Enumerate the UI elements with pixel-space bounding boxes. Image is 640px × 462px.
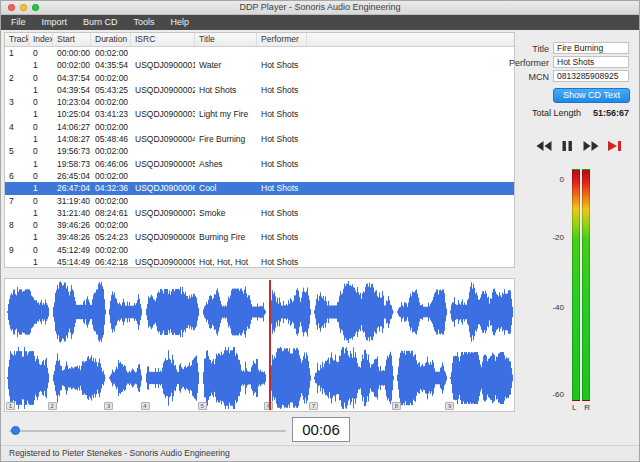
cell-start: 26:45:04 bbox=[53, 170, 91, 182]
cell-duration: 00:02:00 bbox=[91, 72, 131, 84]
menu-item-burn-cd[interactable]: Burn CD bbox=[75, 15, 126, 30]
cell-performer bbox=[257, 145, 307, 157]
cell-duration: 03:41:23 bbox=[91, 108, 131, 120]
show-cd-text-button[interactable]: Show CD Text bbox=[553, 88, 630, 103]
cell-track bbox=[5, 84, 29, 96]
table-row[interactable]: 131:21:4008:24:61USQDJ0900007SmokeHot Sh… bbox=[5, 207, 514, 219]
skip-end-button[interactable] bbox=[605, 139, 623, 153]
cell-title bbox=[195, 195, 257, 207]
cell-index: 0 bbox=[29, 96, 53, 108]
menu-item-import[interactable]: Import bbox=[34, 15, 76, 30]
table-row[interactable]: 110:25:0403:41:23USQDJ0900003Light my Fi… bbox=[5, 108, 514, 120]
table-row[interactable]: 119:58:7306:46:06USQDJ0900005AshesHot Sh… bbox=[5, 158, 514, 170]
cell-title: Fire Burning bbox=[195, 133, 257, 145]
cell-isrc: USQDJ0900003 bbox=[131, 108, 195, 120]
table-row[interactable]: 9045:12:4900:02:00 bbox=[5, 244, 514, 256]
table-row[interactable]: 139:48:2605:24:23USQDJ0900008Burning Fir… bbox=[5, 231, 514, 243]
cell-filler bbox=[307, 182, 514, 194]
column-header-start[interactable]: Start bbox=[53, 33, 91, 46]
performer-field[interactable]: Hot Shots bbox=[553, 56, 629, 68]
cell-duration: 00:02:00 bbox=[91, 244, 131, 256]
minimize-button[interactable] bbox=[20, 4, 27, 11]
cell-isrc: USQDJ0900007 bbox=[131, 207, 195, 219]
column-header-duration[interactable]: Duration bbox=[91, 33, 131, 46]
close-button[interactable] bbox=[8, 4, 15, 11]
cell-track bbox=[5, 158, 29, 170]
cell-title bbox=[195, 96, 257, 108]
cell-isrc: USQDJ0900008 bbox=[131, 231, 195, 243]
transport-controls bbox=[535, 138, 623, 154]
table-row[interactable]: 3010:23:0400:02:00 bbox=[5, 96, 514, 108]
cell-start: 45:12:49 bbox=[53, 244, 91, 256]
menubar: FileImportBurn CDToolsHelp bbox=[1, 15, 639, 30]
cell-start: 14:08:27 bbox=[53, 133, 91, 145]
cell-index: 0 bbox=[29, 47, 53, 59]
column-header-performer[interactable]: Performer bbox=[257, 33, 307, 46]
cell-filler bbox=[307, 195, 514, 207]
column-header-index[interactable]: Index bbox=[29, 33, 53, 46]
cell-filler bbox=[307, 72, 514, 84]
cell-duration: 00:02:00 bbox=[91, 96, 131, 108]
cell-performer bbox=[257, 96, 307, 108]
table-row[interactable]: 100:02:0004:35:54USQDJ0900001WaterHot Sh… bbox=[5, 59, 514, 71]
zoom-button[interactable] bbox=[32, 4, 39, 11]
table-row[interactable]: 145:14:4906:42:18USQDJ0900009Hot, Hot, H… bbox=[5, 256, 514, 268]
cell-performer: Hot Shots bbox=[257, 59, 307, 71]
table-row[interactable]: 104:39:5405:43:25USQDJ0900002Hot ShotsHo… bbox=[5, 84, 514, 96]
cell-duration: 06:42:18 bbox=[91, 256, 131, 268]
menu-item-tools[interactable]: Tools bbox=[126, 15, 163, 30]
cell-isrc bbox=[131, 47, 195, 59]
table-row[interactable]: 5019:56:7300:02:00 bbox=[5, 145, 514, 157]
fast-forward-button[interactable] bbox=[582, 139, 600, 153]
meter-scale-20: -20 bbox=[552, 233, 564, 242]
column-header-isrc[interactable]: ISRC bbox=[131, 33, 195, 46]
menu-item-file[interactable]: File bbox=[3, 15, 34, 30]
cell-performer: Hot Shots bbox=[257, 182, 307, 194]
table-row[interactable]: 1000:00:0000:02:00 bbox=[5, 47, 514, 59]
table-row[interactable]: 8039:46:2600:02:00 bbox=[5, 219, 514, 231]
meter-scale-40: -40 bbox=[552, 303, 564, 312]
cell-index: 0 bbox=[29, 195, 53, 207]
cell-isrc bbox=[131, 145, 195, 157]
rewind-button[interactable] bbox=[535, 139, 553, 153]
cell-duration: 05:24:23 bbox=[91, 231, 131, 243]
cell-filler bbox=[307, 145, 514, 157]
position-slider-knob[interactable] bbox=[11, 426, 20, 435]
playhead[interactable] bbox=[269, 280, 271, 410]
table-row[interactable]: 7031:19:4000:02:00 bbox=[5, 195, 514, 207]
pause-button[interactable] bbox=[558, 139, 576, 153]
position-slider-track[interactable] bbox=[9, 430, 286, 432]
cell-isrc: USQDJ0900001 bbox=[131, 59, 195, 71]
menu-item-help[interactable]: Help bbox=[163, 15, 198, 30]
cell-performer bbox=[257, 72, 307, 84]
cell-filler bbox=[307, 256, 514, 268]
waveform-canvas[interactable] bbox=[5, 279, 514, 411]
total-length: Total Length 51:56:67 bbox=[513, 108, 629, 118]
table-row[interactable]: 126:47:0404:32:36USQDJ0900006CoolHot Sho… bbox=[5, 182, 514, 194]
cell-filler bbox=[307, 158, 514, 170]
column-header-filler bbox=[307, 33, 514, 46]
cell-duration: 00:02:00 bbox=[91, 121, 131, 133]
cell-track bbox=[5, 108, 29, 120]
cell-performer: Hot Shots bbox=[257, 158, 307, 170]
time-display: 00:06 bbox=[292, 417, 350, 442]
column-header-title[interactable]: Title bbox=[195, 33, 257, 46]
table-row[interactable]: 114:08:2705:48:46USQDJ0900004Fire Burnin… bbox=[5, 133, 514, 145]
cell-title bbox=[195, 47, 257, 59]
cell-index: 1 bbox=[29, 133, 53, 145]
table-row[interactable]: 4014:06:2700:02:00 bbox=[5, 121, 514, 133]
app-window: DDP Player - Sonoris Audio Engineering F… bbox=[0, 0, 640, 462]
cell-track bbox=[5, 256, 29, 268]
column-header-track[interactable]: Track bbox=[5, 33, 29, 46]
cell-duration: 04:32:36 bbox=[91, 182, 131, 194]
table-row[interactable]: 6026:45:0400:02:00 bbox=[5, 170, 514, 182]
cell-title: Smoke bbox=[195, 207, 257, 219]
table-row[interactable]: 2004:37:5400:02:00 bbox=[5, 72, 514, 84]
skip-end-icon bbox=[606, 140, 622, 152]
pause-icon bbox=[560, 140, 574, 152]
cell-performer: Hot Shots bbox=[257, 207, 307, 219]
cell-index: 1 bbox=[29, 207, 53, 219]
title-field[interactable]: Fire Burning bbox=[553, 42, 629, 54]
mcn-field[interactable]: 0813285908925 bbox=[553, 70, 629, 82]
titlebar: DDP Player - Sonoris Audio Engineering bbox=[1, 1, 639, 15]
